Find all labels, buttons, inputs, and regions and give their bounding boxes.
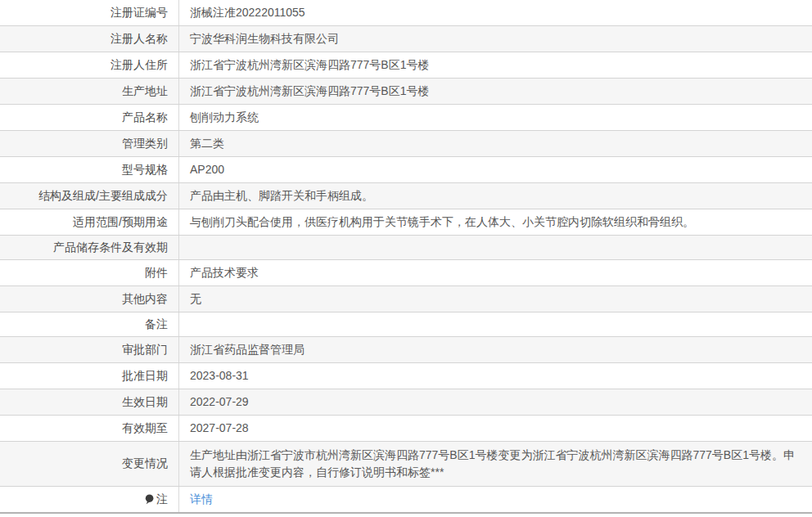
row-label-text: 注册证编号 <box>111 6 168 20</box>
row-value: 浙械注准20222011055 <box>179 0 812 25</box>
row-value: 2023-08-31 <box>179 363 812 389</box>
row-label-text: 附件 <box>145 266 168 281</box>
row-label: 注册人住所 <box>0 52 179 78</box>
row-label-text: 适用范围/预期用途 <box>73 215 168 230</box>
table-row: 批准日期 2023-08-31 <box>0 363 812 389</box>
row-label-text: 注 <box>156 492 168 507</box>
registration-detail-table: 注册证编号 浙械注准20222011055 注册人名称 宁波华科润生物科技有限公… <box>0 0 812 514</box>
row-label: 管理类别 <box>0 131 179 156</box>
row-label: 产品储存条件及有效期 <box>0 236 179 259</box>
registration-detail-page: 注册证编号 浙械注准20222011055 注册人名称 宁波华科润生物科技有限公… <box>0 0 812 517</box>
row-label: 产品名称 <box>0 105 179 130</box>
table-row: 附件 产品技术要求 <box>0 260 812 286</box>
row-label-text: 其他内容 <box>122 292 168 307</box>
row-label-text: 备注 <box>145 317 168 332</box>
row-label-text: 注册人名称 <box>111 32 168 47</box>
row-value <box>179 236 812 259</box>
table-row: 生效日期 2022-07-29 <box>0 389 812 416</box>
row-value <box>179 312 812 336</box>
row-label-text: 产品名称 <box>122 110 168 125</box>
table-row: 注 详情 <box>0 487 812 514</box>
table-row: 变更情况 生产地址由浙江省宁波市杭州湾新区滨海四路777号B区1号楼变更为浙江省… <box>0 442 812 487</box>
row-label-text: 结构及组成/主要组成成分 <box>38 189 168 204</box>
row-label-text: 批准日期 <box>122 369 168 384</box>
row-value: 浙江省药品监督管理局 <box>179 337 812 362</box>
table-row: 注册人住所 浙江省宁波杭州湾新区滨海四路777号B区1号楼 <box>0 52 812 79</box>
row-value: 产品由主机、脚踏开关和手柄组成。 <box>179 183 812 209</box>
table-row: 注册证编号 浙械注准20222011055 <box>0 0 812 26</box>
row-label: 注 <box>0 487 179 512</box>
table-row: 管理类别 第二类 <box>0 131 812 157</box>
row-label-text: 型号规格 <box>122 163 168 178</box>
table-row: 有效期至 2027-07-28 <box>0 416 812 442</box>
row-label: 批准日期 <box>0 363 179 389</box>
row-value: 浙江省宁波杭州湾新区滨海四路777号B区1号楼 <box>179 79 812 104</box>
row-label: 变更情况 <box>0 442 179 486</box>
row-value: 浙江省宁波杭州湾新区滨海四路777号B区1号楼 <box>179 52 812 78</box>
row-value: 与刨削刀头配合使用，供医疗机构用于关节镜手术下，在人体大、小关节腔内切除软组织和… <box>179 209 812 235</box>
row-value: 产品技术要求 <box>179 260 812 285</box>
row-value: 详情 <box>179 487 812 512</box>
table-row: 结构及组成/主要组成成分 产品由主机、脚踏开关和手柄组成。 <box>0 183 812 209</box>
table-row: 审批部门 浙江省药品监督管理局 <box>0 337 812 363</box>
row-label-text: 生产地址 <box>122 84 168 99</box>
note-bubble-icon <box>145 494 154 505</box>
row-label: 生效日期 <box>0 389 179 415</box>
row-label: 生产地址 <box>0 79 179 104</box>
row-label: 注册人名称 <box>0 26 179 52</box>
row-label: 附件 <box>0 260 179 285</box>
table-row: 适用范围/预期用途 与刨削刀头配合使用，供医疗机构用于关节镜手术下，在人体大、小… <box>0 209 812 236</box>
row-label: 注册证编号 <box>0 0 179 25</box>
table-row: 型号规格 AP200 <box>0 157 812 183</box>
row-label: 有效期至 <box>0 416 179 441</box>
row-label: 适用范围/预期用途 <box>0 209 179 235</box>
row-value: 生产地址由浙江省宁波市杭州湾新区滨海四路777号B区1号楼变更为浙江省宁波杭州湾… <box>179 442 812 486</box>
row-value: 第二类 <box>179 131 812 156</box>
detail-link[interactable]: 详情 <box>190 491 213 508</box>
row-label-text: 生效日期 <box>122 395 168 410</box>
table-row: 备注 <box>0 312 812 337</box>
row-value: 2022-07-29 <box>179 389 812 415</box>
table-row: 其他内容 无 <box>0 286 812 312</box>
table-row: 注册人名称 宁波华科润生物科技有限公司 <box>0 26 812 52</box>
row-label: 型号规格 <box>0 157 179 182</box>
row-value: 无 <box>179 286 812 312</box>
row-label-text: 管理类别 <box>122 137 168 151</box>
row-label-text: 有效期至 <box>122 421 168 436</box>
row-label-text: 注册人住所 <box>111 58 168 73</box>
row-label: 结构及组成/主要组成成分 <box>0 183 179 209</box>
row-label-text: 变更情况 <box>122 456 168 471</box>
row-value: 宁波华科润生物科技有限公司 <box>179 26 812 52</box>
table-row: 产品名称 刨削动力系统 <box>0 105 812 131</box>
row-value: 刨削动力系统 <box>179 105 812 130</box>
table-row: 产品储存条件及有效期 <box>0 236 812 260</box>
row-label: 其他内容 <box>0 286 179 312</box>
row-label-text: 产品储存条件及有效期 <box>53 241 168 255</box>
row-label: 备注 <box>0 312 179 336</box>
row-label: 审批部门 <box>0 337 179 362</box>
row-value: 2027-07-28 <box>179 416 812 441</box>
table-row: 生产地址 浙江省宁波杭州湾新区滨海四路777号B区1号楼 <box>0 79 812 105</box>
row-label-text: 审批部门 <box>122 343 168 357</box>
row-value: AP200 <box>179 157 812 182</box>
